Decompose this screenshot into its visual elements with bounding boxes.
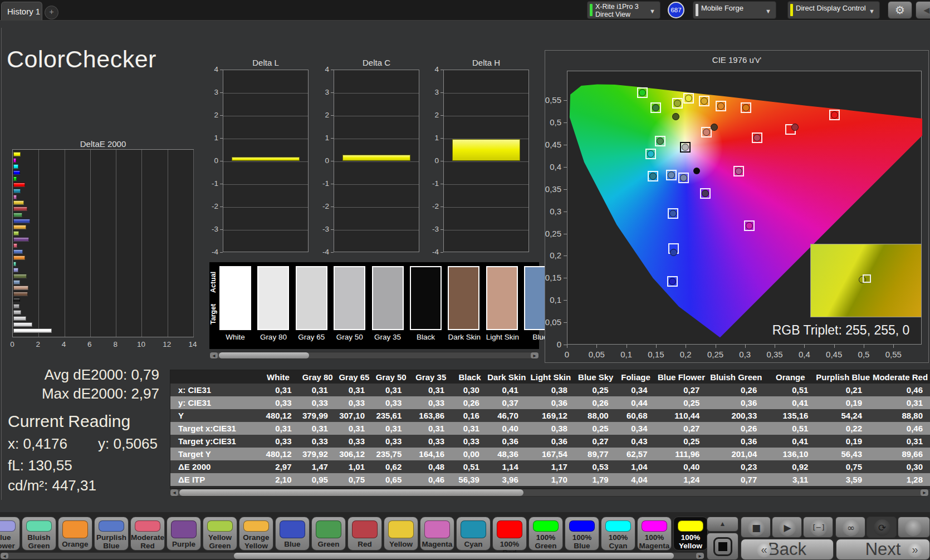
row-header: Target x:CIE31: [170, 422, 257, 435]
strip-patch-gray-50[interactable]: [334, 266, 365, 330]
tick-mark: [331, 92, 334, 93]
patch-button-orange-yellow[interactable]: OrangeYellow: [239, 517, 273, 551]
delta-bar: [232, 157, 300, 161]
bottom-scrollbar-left-arrow[interactable]: ◂: [1, 553, 8, 559]
patch-button-100-magenta[interactable]: 100%Magenta: [637, 517, 672, 551]
strip-scrollbar-right-arrow[interactable]: ▸: [531, 352, 539, 358]
strip-patch-dark-skin[interactable]: [448, 266, 479, 330]
table-cell: 0,25: [655, 396, 708, 409]
inset-target-marker: [863, 274, 871, 283]
bottom-scrollbar-right-arrow[interactable]: ▸: [696, 553, 704, 559]
strip-patch-white[interactable]: [219, 266, 251, 330]
tab-history[interactable]: History 1: [1, 2, 42, 20]
de2000-bar-blue-sky: [13, 280, 20, 284]
cie-x-tick-mark: [745, 345, 746, 348]
loop-button[interactable]: ∞: [835, 517, 865, 538]
patch-button-cyan[interactable]: Cyan: [456, 517, 491, 551]
table-scrollbar-right-arrow[interactable]: ▸: [921, 489, 928, 496]
blank-button[interactable]: [898, 517, 930, 538]
table-cell: 0,33: [373, 435, 409, 448]
table-cell: 0,46: [870, 384, 930, 396]
table-cell: 0,31: [870, 396, 930, 409]
patch-swatch: [243, 520, 269, 532]
tick-mark: [220, 161, 223, 161]
table-header-row: WhiteGray 80Gray 65Gray 50Gray 35BlackDa…: [170, 370, 930, 384]
patch-button-green[interactable]: Green: [311, 517, 346, 551]
table-scrollbar-thumb[interactable]: [179, 489, 523, 496]
table-cell: 0,26: [707, 384, 765, 396]
settings-button[interactable]: ⚙: [888, 1, 912, 19]
patch-swatch: [316, 520, 341, 538]
patch-button-100-blue[interactable]: 100%Blue: [565, 517, 599, 551]
workflow-name: Direct Display Control: [796, 4, 866, 12]
stop-pattern-button[interactable]: [707, 533, 738, 560]
patch-button-red[interactable]: Red: [347, 517, 382, 551]
stop-button[interactable]: ■: [741, 517, 771, 538]
delta-y-tick: 0: [204, 156, 218, 165]
cie-y-tick: 0: [530, 340, 561, 349]
chevron-down-icon: ▼: [765, 8, 771, 14]
add-tab-button[interactable]: +: [45, 6, 58, 19]
current-reading-heading: Current Reading: [8, 412, 130, 431]
column-header-gray-35: Gray 35: [409, 370, 452, 384]
patch-button-orange[interactable]: Orange: [58, 517, 92, 551]
meter-dropdown[interactable]: X-Rite i1Pro 3 Direct View ▼: [587, 1, 660, 19]
source-name: Mobile Forge: [701, 4, 743, 12]
collapse-panel-button[interactable]: ◀: [916, 1, 930, 19]
patch-button-100-green[interactable]: 100%Green: [528, 517, 563, 551]
back-button[interactable]: Back«: [741, 539, 834, 560]
table-scrollbar-left-arrow[interactable]: ◂: [170, 489, 178, 496]
table-cell: 0,75: [816, 460, 870, 473]
table-cell: 0,65: [373, 473, 409, 486]
cie-x-tick: 0,15: [645, 350, 667, 359]
strip-patch-gray-80[interactable]: [257, 266, 289, 330]
patch-button-purple[interactable]: Purple: [167, 517, 201, 551]
next-button[interactable]: Next»: [836, 539, 930, 560]
play-button[interactable]: ▶: [772, 517, 802, 538]
patch-button-yellow[interactable]: Yellow: [384, 517, 418, 551]
cie-measured-point: [746, 222, 753, 229]
strip-patch-gray-35[interactable]: [372, 266, 404, 330]
tick-mark: [331, 184, 334, 184]
source-dropdown[interactable]: Mobile Forge ▼: [693, 1, 776, 19]
patch-button-blue[interactable]: Blue: [275, 517, 310, 551]
strip-scrollbar-thumb[interactable]: [219, 352, 309, 358]
table-cell: 0,31: [373, 384, 409, 396]
patch-button-100-yellow[interactable]: 100%Yellow: [673, 517, 708, 551]
strip-patch-gray-65[interactable]: [296, 266, 327, 330]
patch-button-100-cyan[interactable]: 100%Cyan: [601, 517, 635, 551]
strip-patch-black[interactable]: [410, 266, 442, 330]
table-cell: 0,31: [870, 435, 930, 448]
patch-button-yellow-green[interactable]: YellowGreen: [203, 517, 237, 551]
cie-measured-point: [680, 174, 687, 181]
refresh-button[interactable]: ⟳: [867, 517, 897, 538]
step-button[interactable]: [−]: [803, 517, 833, 538]
cie-measured-point: [735, 168, 742, 175]
tick-mark: [220, 92, 223, 93]
patch-button-label: 100%Blue: [565, 533, 599, 550]
row-header: Y: [170, 409, 257, 422]
table-cell: 0,33: [257, 435, 299, 448]
workflow-dropdown[interactable]: Direct Display Control ▼: [787, 1, 880, 19]
table-row: y: CIE310,330,330,330,330,330,260,370,36…: [170, 396, 930, 409]
bottom-scrollbar-thumb[interactable]: [234, 553, 674, 559]
delta-y-tick: -4: [204, 248, 218, 256]
cie-x-tick: 0,35: [763, 350, 786, 359]
patch-button-100-red[interactable]: 100% Red: [492, 517, 527, 551]
patch-button-purplish-blue[interactable]: PurplishBlue: [94, 517, 129, 551]
patch-button-blue-flower[interactable]: BlueFlower: [0, 517, 20, 551]
de2000-bar-moderate-red: [13, 243, 17, 248]
scroll-up-button[interactable]: ▲: [707, 517, 738, 532]
patch-button-magenta[interactable]: Magenta: [420, 517, 454, 551]
table-cell: 200,33: [707, 409, 765, 422]
patch-swatch: [26, 520, 52, 532]
strip-patch-light-skin[interactable]: [486, 266, 518, 330]
patch-button-moderate-red[interactable]: ModerateRed: [130, 517, 165, 551]
gridline: [334, 207, 419, 208]
delta-y-tick: -1: [315, 179, 329, 188]
chevron-down-icon: ▼: [649, 8, 655, 14]
patch-swatch: [533, 520, 559, 532]
patch-button-bluish-green[interactable]: BluishGreen: [22, 517, 56, 551]
table-cell: 89,66: [870, 448, 930, 460]
strip-scrollbar-left-arrow[interactable]: ◂: [210, 352, 218, 358]
